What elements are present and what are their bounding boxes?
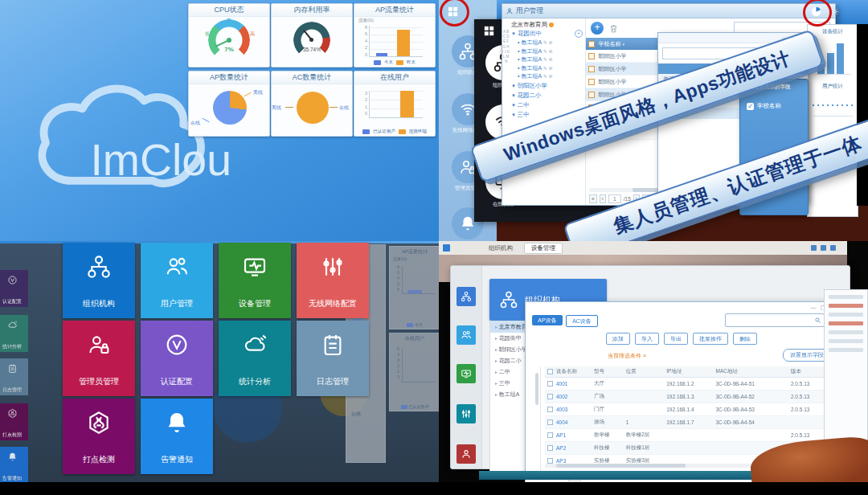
tile-label: 认证配置 bbox=[141, 376, 213, 387]
table-cell: 朝阳区小学 bbox=[597, 52, 661, 60]
tile-auth-config[interactable]: 认证配置 bbox=[141, 321, 213, 396]
row-checkbox[interactable] bbox=[545, 432, 555, 438]
first-page-button[interactable]: « bbox=[589, 194, 597, 203]
tile-label: 组织机构 bbox=[63, 298, 135, 309]
tree-group[interactable]: 二中 bbox=[511, 100, 585, 110]
sidebar-stats-icon[interactable] bbox=[457, 404, 476, 423]
row-checkbox[interactable] bbox=[545, 407, 555, 412]
v-shield-icon bbox=[7, 275, 18, 285]
table-row[interactable]: 4002广场192.168.1.33C-0D-9B-A4-522.0.5.13 bbox=[545, 391, 833, 403]
table-row[interactable]: 4001大厅192.168.1.23C-0D-9B-A4-512.0.5.13 bbox=[545, 378, 833, 391]
mini-tile-log[interactable]: 日志管理 bbox=[0, 358, 28, 395]
table-cell: 操场 bbox=[592, 419, 624, 426]
toolbar-button[interactable]: 导入 bbox=[635, 333, 659, 345]
alphabet-index[interactable]: A B C D E F G H I J K L M N bbox=[502, 18, 510, 205]
apps-grid-icon[interactable] bbox=[482, 24, 496, 38]
tree-root[interactable]: 北京市教育局 bbox=[511, 20, 585, 29]
column-header[interactable]: 学校名称 ▾ bbox=[597, 40, 661, 48]
row-checkbox[interactable] bbox=[545, 419, 555, 425]
tile-admin-mgmt[interactable]: 管理员管理 bbox=[63, 321, 135, 396]
screenshot-root: ImCloud CPU状态 低 中 高 7% 内存利用率 bbox=[0, 0, 868, 495]
mini-tile-label: 打点检测 bbox=[0, 432, 28, 439]
table-cell: 3C-0D-9B-A4-53 bbox=[714, 407, 788, 412]
sidebar-admin-icon[interactable] bbox=[457, 444, 476, 464]
letterbox-bar bbox=[0, 482, 868, 495]
row-checkbox[interactable] bbox=[545, 394, 555, 399]
tab-device-mgmt[interactable]: 设备管理 bbox=[524, 243, 563, 254]
row-checkbox[interactable] bbox=[545, 381, 555, 387]
table-cell: 1 bbox=[624, 419, 665, 425]
select-all-checkbox[interactable] bbox=[545, 369, 555, 374]
mini-tile-alert[interactable]: 告警通知 bbox=[0, 447, 28, 484]
table-cell: 朝阳区小学 bbox=[597, 65, 661, 73]
checkbox-checked-icon[interactable]: ✓ bbox=[747, 103, 754, 110]
tile-dot-check[interactable]: 打点检测 bbox=[63, 399, 135, 474]
row-checkbox[interactable] bbox=[586, 66, 597, 72]
tree-item[interactable]: 教工组A bbox=[511, 47, 585, 56]
trash-icon[interactable] bbox=[608, 23, 619, 34]
app-logo-icon[interactable] bbox=[443, 244, 450, 252]
row-checkbox[interactable] bbox=[586, 53, 597, 59]
page-input[interactable]: 1 bbox=[608, 194, 621, 203]
tile-organization[interactable]: 组织机构 bbox=[63, 243, 135, 318]
select-all-checkbox[interactable] bbox=[586, 41, 597, 47]
tile-device-mgmt[interactable]: 设备管理 bbox=[219, 243, 291, 318]
device-app-demo: 组织机构 设备管理 组织机构 北京市教育局花园街中朝阳区小学花园二小二中三中教工 bbox=[439, 241, 868, 495]
row-checkbox[interactable] bbox=[545, 458, 555, 464]
tree-group-expanded[interactable]: ▼ 花园街中 + bbox=[511, 29, 585, 39]
column-header[interactable]: MAC地址 bbox=[714, 368, 788, 375]
toolbar-button[interactable]: 删除 bbox=[733, 333, 757, 345]
tree-item[interactable]: 教工组A bbox=[511, 72, 585, 81]
mini-tile-stats[interactable]: 统计分析 bbox=[0, 315, 28, 352]
table-cell: 192.168.1.3 bbox=[665, 394, 714, 399]
bell-icon bbox=[7, 452, 18, 462]
window-titlebar[interactable]: 用户管理 bbox=[502, 4, 835, 18]
toolbar-button[interactable]: 添加 bbox=[606, 333, 630, 345]
add-group-icon[interactable]: + bbox=[575, 30, 583, 38]
tree-group[interactable]: 花园二小 bbox=[511, 91, 585, 100]
column-header[interactable]: IP地址 bbox=[665, 368, 714, 375]
tile-alert-notice[interactable]: 告警通知 bbox=[141, 399, 213, 474]
row-checkbox[interactable] bbox=[586, 79, 597, 85]
tile-stats-analysis[interactable]: 统计分析 bbox=[219, 321, 291, 396]
field-checkbox-row[interactable]: ✓ 学校名称 bbox=[747, 102, 781, 110]
mini-tile-dot-check[interactable]: 打点检测 bbox=[0, 403, 28, 440]
sidebar-org-icon[interactable] bbox=[457, 287, 476, 306]
column-header[interactable]: 位置 bbox=[624, 368, 665, 375]
tree-item[interactable]: 教工组A bbox=[511, 55, 585, 64]
toolbar-button[interactable]: 批量操作 bbox=[693, 333, 728, 345]
tab-ac-devices[interactable]: AC设备 bbox=[566, 315, 598, 327]
traffic-chart bbox=[369, 26, 423, 57]
toolbar-button[interactable]: 导出 bbox=[664, 333, 688, 345]
sidebar-users-icon[interactable] bbox=[457, 325, 476, 345]
row-checkbox[interactable] bbox=[586, 92, 597, 98]
sidebar-device-icon[interactable] bbox=[457, 364, 476, 383]
tile-wireless-config[interactable]: 无线网络配置 bbox=[297, 243, 369, 318]
column-header[interactable]: 设备名称 bbox=[555, 368, 592, 375]
table-cell: 4001 bbox=[555, 381, 592, 387]
tile-user-mgmt[interactable]: 用户管理 bbox=[141, 243, 213, 318]
filter-breadcrumb[interactable]: 当前筛选条件 × bbox=[608, 352, 646, 360]
table-row[interactable]: 4003门厅192.168.1.43C-0D-9B-A4-532.0.5.13 bbox=[545, 403, 833, 416]
gauge-label-high: 高 bbox=[250, 31, 255, 38]
tree-group[interactable]: 朝阳区小学 bbox=[511, 81, 585, 91]
tree-scrollbar[interactable] bbox=[527, 366, 541, 471]
table-row[interactable]: 4004操场1192.168.1.73C-0D-9B-A4-54 bbox=[545, 416, 833, 429]
system-tray-icons[interactable] bbox=[811, 245, 836, 251]
table-row[interactable]: AP1教学楼教学楼2层2.0.5.13 bbox=[545, 429, 833, 442]
prev-page-button[interactable]: ‹ bbox=[600, 194, 606, 203]
mini-tile-auth[interactable]: 认证配置 bbox=[0, 270, 28, 307]
tab-organization[interactable]: 组织机构 bbox=[489, 244, 513, 252]
tile-log-mgmt[interactable]: 日志管理 bbox=[297, 321, 369, 396]
add-user-button[interactable]: + bbox=[591, 22, 604, 35]
tab-ap-devices[interactable]: AP设备 bbox=[532, 315, 563, 325]
search-icon[interactable] bbox=[814, 317, 821, 324]
row-checkbox[interactable] bbox=[545, 445, 555, 451]
column-header[interactable]: 型号 bbox=[592, 368, 624, 375]
table-cell: 科技楼1层 bbox=[624, 444, 665, 452]
tree-item[interactable]: 教工组A bbox=[511, 39, 585, 47]
device-search-input[interactable] bbox=[726, 316, 814, 325]
tree-item[interactable]: 教工组A bbox=[511, 64, 585, 73]
minimize-button[interactable]: — bbox=[811, 305, 817, 311]
device-stats-title: 设备统计 bbox=[808, 25, 858, 35]
